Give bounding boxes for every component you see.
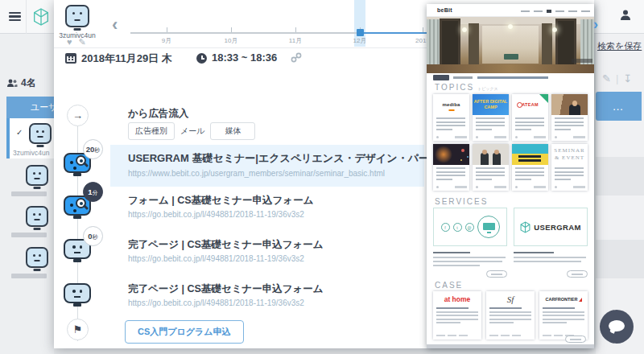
user-avatar: [26, 247, 48, 268]
user-column-header[interactable]: ユーザ: [6, 97, 54, 118]
topic-card-seminar-event[interactable]: SEMINAR & EVENT: [551, 144, 588, 191]
service-card-ux-consulting[interactable]: ft@: [433, 208, 507, 246]
table-row[interactable]: [596, 240, 644, 278]
duration-badge: 20秒: [83, 139, 103, 159]
chat-button[interactable]: [600, 310, 634, 344]
event-title[interactable]: 完了ページ | CS基礎セミナー申込フォーム: [128, 282, 324, 296]
timeline-axis[interactable]: [130, 32, 360, 34]
service-more-button[interactable]: [486, 270, 507, 278]
event-url[interactable]: https://go.bebit.co.jp/l/494881/2018-11-…: [128, 210, 304, 219]
user-name: 3zumivc4un: [13, 149, 49, 157]
users-icon: [6, 79, 18, 88]
entry-step-icon: →: [67, 105, 89, 126]
timeline-tick: [295, 27, 296, 32]
monitor-illustration: [477, 216, 500, 238]
event-url[interactable]: https://go.bebit.co.jp/l/494881/2018-11-…: [128, 254, 304, 263]
toolbar-divider: |: [616, 72, 618, 84]
user-avatar: [29, 123, 52, 144]
check-icon: ✓: [16, 128, 23, 137]
event-url[interactable]: https://go.bebit.co.jp/l/494881/2018-11-…: [128, 298, 304, 307]
topic-card-interview[interactable]: [551, 94, 588, 141]
favorite-heart-icon[interactable]: ♥: [67, 37, 79, 47]
timeline-axis-active: [360, 32, 434, 34]
entry-title: から広告流入: [128, 107, 189, 121]
link-icon[interactable]: [291, 52, 302, 63]
avatar-actions: ♥✎: [67, 37, 93, 47]
topic-card-ateam[interactable]: ATEAM: [512, 94, 548, 141]
site-hero-image: [427, 17, 594, 73]
table-header-more-button[interactable]: …: [596, 92, 642, 121]
download-icon[interactable]: ↧: [623, 72, 632, 84]
ellipsis-icon: …: [613, 100, 625, 113]
topic-card-interview-duo[interactable]: [473, 144, 509, 191]
case-card-carfrontier[interactable]: CARFRONTIER: [539, 291, 588, 340]
edit-pencil-icon[interactable]: ✎: [79, 37, 93, 47]
detail-user-avatar: [65, 5, 89, 27]
timeline-session-marker[interactable]: [357, 29, 364, 36]
timeline-tick-label: 9月: [162, 36, 171, 45]
tag-medium: 媒体: [210, 122, 255, 140]
preview-site-nav: beBit: [427, 4, 594, 17]
user-avatar: [26, 165, 48, 186]
case-more-button[interactable]: [565, 335, 586, 343]
topbar-divider: [26, 0, 27, 34]
topic-card-event-photo[interactable]: [433, 144, 469, 191]
tag-value: メール: [180, 126, 204, 137]
edit-icon[interactable]: ✎: [602, 72, 611, 84]
account-icon[interactable]: [619, 9, 632, 22]
arrow-right-icon: →: [72, 109, 83, 121]
topic-card-after-digital[interactable]: AFTER DIGITAL CAMP: [473, 94, 509, 141]
services-heading: SERVICES: [435, 197, 491, 206]
timeline-tick: [231, 27, 232, 32]
goal-button[interactable]: CS入門プログラム申込: [125, 320, 244, 344]
timeline-next-chevron[interactable]: ›: [593, 16, 598, 33]
case-card-athome[interactable]: at home: [433, 291, 481, 340]
magnifier-icon: [76, 198, 86, 208]
tag-ad-type: 広告種別: [128, 122, 175, 140]
user-count-label: 4名: [21, 76, 36, 90]
user-row[interactable]: [6, 201, 54, 241]
site-logo: beBit: [437, 7, 452, 13]
usergram-cube-icon: [520, 221, 530, 233]
page-preview-panel[interactable]: beBit TOPICSトピックス mediba AFTER DIGITAL C…: [427, 4, 594, 348]
user-row[interactable]: [6, 160, 54, 200]
table-row[interactable]: [596, 157, 644, 196]
topic-card-mediba[interactable]: mediba: [433, 94, 469, 141]
session-time-range: 18:33 ~ 18:36: [212, 51, 277, 64]
site-footer: [427, 344, 594, 348]
journey-line: [77, 113, 78, 341]
timeline-tick: [423, 27, 423, 32]
user-list-sidebar: 4名 ユーザ ✓ 3zumivc4un: [0, 34, 54, 354]
timeline-prev-chevron[interactable]: ‹: [112, 14, 118, 35]
case-card-fashion-brand[interactable]: Sf: [486, 291, 535, 340]
service-card-usergram[interactable]: USERGRAM: [514, 208, 588, 246]
clock-icon: [196, 53, 207, 64]
user-row-selected[interactable]: ✓ 3zumivc4un: [6, 118, 54, 158]
event-url[interactable]: https://www.bebit.co.jp/usergram_members…: [128, 169, 385, 178]
event-title[interactable]: 完了ページ | CS基礎セミナー申込フォーム: [128, 238, 324, 252]
duration-badge: 0秒: [83, 226, 103, 246]
timeline-tick-label: 10月: [225, 36, 238, 45]
service-more-button[interactable]: [567, 270, 588, 278]
app-logo-cube-icon: [33, 8, 49, 26]
topic-card-book[interactable]: [512, 144, 548, 191]
hamburger-menu-icon[interactable]: [9, 12, 21, 21]
timeline-tick: [167, 27, 167, 32]
event-title[interactable]: フォーム | CS基礎セミナー申込フォーム: [128, 194, 313, 208]
redacted-user-name: [11, 274, 47, 278]
user-row[interactable]: [6, 242, 54, 282]
site-breadcrumb-tabs: [427, 73, 594, 83]
search-results-pane: 検索を保存 ✎|↧ …: [596, 34, 644, 354]
pageview-icon: [64, 283, 91, 303]
redacted-user-name: [11, 233, 47, 237]
redacted-user-name: [11, 191, 47, 196]
topics-heading: TOPICSトピックス: [435, 83, 498, 92]
user-count: 4名: [6, 76, 36, 90]
save-search-link[interactable]: 検索を保存: [597, 40, 642, 52]
timeline-tick-label: 12月: [353, 36, 367, 45]
duration-badge: 1分: [83, 182, 103, 202]
site-nav-items: [521, 10, 590, 13]
app-root: 検索を保存 ✎|↧ … 4名 ユーザ ✓ 3zumivc4un: [0, 0, 644, 354]
session-date: 2018年11月29日 木: [81, 51, 172, 66]
chat-bubble-icon: [609, 320, 625, 331]
